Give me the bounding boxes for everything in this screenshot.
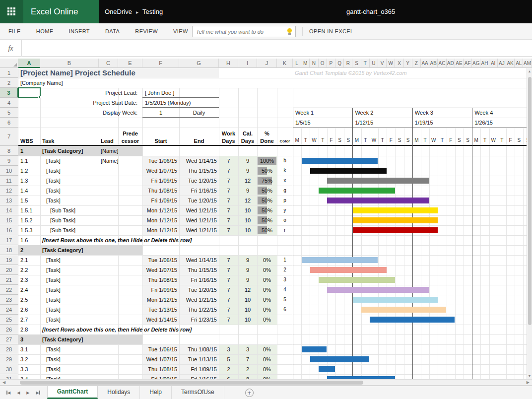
cell-work-r11[interactable]: 7 xyxy=(219,176,238,186)
cell-task-r21[interactable]: [Task] xyxy=(46,275,126,285)
col-header-K[interactable]: K xyxy=(277,59,293,68)
cell-wbs-r10[interactable]: 1.2 xyxy=(20,166,42,176)
col-header-L[interactable]: L xyxy=(293,59,301,68)
cell-wbs-r11[interactable]: 1.3 xyxy=(20,176,42,186)
cell-wbs-r15[interactable]: 1.5.2 xyxy=(20,215,42,225)
cell-start-r16[interactable]: Mon 1/12/15 xyxy=(142,225,177,235)
cell-end-r31[interactable]: Fri 1/16/15 xyxy=(179,374,217,379)
company-name[interactable]: [Company Name] xyxy=(20,78,130,88)
row-header-16[interactable]: 16 xyxy=(0,225,18,235)
cell-start-r31[interactable]: Fri 1/09/15 xyxy=(142,374,177,379)
cell-work-r25[interactable]: 7 xyxy=(219,315,238,325)
col-header-C[interactable]: C xyxy=(99,59,118,68)
cell-cal-r15[interactable]: 10 xyxy=(238,215,257,225)
tell-me-input[interactable] xyxy=(196,27,280,36)
cell-end-r24[interactable]: Thu 1/22/15 xyxy=(179,305,217,315)
prev-sheet-button[interactable]: ◀ xyxy=(17,391,20,395)
formula-input[interactable] xyxy=(22,40,532,57)
cell-task-r15[interactable]: [Sub Task] xyxy=(50,215,130,225)
menu-tab-review[interactable]: REVIEW xyxy=(135,28,158,34)
cell-done-r9[interactable]: 100% xyxy=(257,156,277,166)
form-value-0[interactable]: [ John Doe ] xyxy=(145,88,217,98)
gantt-bar-r13[interactable] xyxy=(327,198,429,203)
cell-start-r29[interactable]: Wed 1/07/15 xyxy=(142,354,177,364)
cell-start-r15[interactable]: Mon 1/12/15 xyxy=(142,215,177,225)
col-header-P[interactable]: P xyxy=(327,59,335,68)
cell-wbs-r19[interactable]: 2.1 xyxy=(20,255,42,265)
cell-note-r17[interactable]: [Insert Rows above this one, then Hide o… xyxy=(42,235,256,245)
cell-done-r24[interactable]: 0% xyxy=(257,305,277,315)
row-header-31[interactable]: 31 xyxy=(0,374,18,379)
row-header-24[interactable]: 24 xyxy=(0,305,18,315)
row-header-21[interactable]: 21 xyxy=(0,275,18,285)
row-header-10[interactable]: 10 xyxy=(0,166,18,176)
cell-wbs-r20[interactable]: 2.2 xyxy=(20,265,42,275)
cell-start-r30[interactable]: Thu 1/08/15 xyxy=(142,364,177,374)
col-header-AE[interactable]: AE xyxy=(455,59,464,68)
cell-wbs-r14[interactable]: 1.5.1 xyxy=(20,205,42,215)
cell-wbs-r31[interactable]: 3.4 xyxy=(20,374,42,379)
tell-me-search[interactable] xyxy=(192,26,296,37)
cell-start-r23[interactable]: Mon 1/12/15 xyxy=(142,295,177,305)
gantt-bar-r25[interactable] xyxy=(370,317,455,323)
cell-end-r23[interactable]: Wed 1/21/15 xyxy=(179,295,217,305)
row-header-1[interactable]: 1 xyxy=(0,68,18,78)
cell-wbs-r18[interactable]: 2 xyxy=(20,245,42,255)
menu-tab-data[interactable]: DATA xyxy=(105,28,120,34)
cell-lead-r9[interactable]: [Name] xyxy=(101,156,131,166)
col-header-J[interactable]: J xyxy=(257,59,277,68)
cell-cal-r28[interactable]: 3 xyxy=(238,344,257,354)
cell-wbs-r17[interactable]: 1.6 xyxy=(20,235,42,245)
first-sheet-button[interactable]: ◀ xyxy=(6,391,10,395)
cell-task-r28[interactable]: [Task] xyxy=(46,344,126,354)
cell-start-r25[interactable]: Wed 1/14/15 xyxy=(142,315,177,325)
cell-color-r10[interactable]: k xyxy=(277,166,293,176)
cell-end-r19[interactable]: Wed 1/14/15 xyxy=(179,255,217,265)
sheet-tab-help[interactable]: Help xyxy=(140,386,172,399)
cell-color-r12[interactable]: g xyxy=(277,186,293,196)
cell-task-r19[interactable]: [Task] xyxy=(46,255,126,265)
col-header-AI[interactable]: AI xyxy=(489,59,498,68)
col-header-AC[interactable]: AC xyxy=(438,59,446,68)
col-header-T[interactable]: T xyxy=(361,59,370,68)
form-value-display-week[interactable]: 1 xyxy=(142,108,179,118)
cell-cal-r12[interactable]: 9 xyxy=(238,186,257,196)
cell-wbs-r24[interactable]: 2.6 xyxy=(20,305,42,315)
col-header-R[interactable]: R xyxy=(344,59,352,68)
cell-color-r13[interactable]: p xyxy=(277,196,293,205)
app-title[interactable]: Excel Online xyxy=(31,0,78,23)
row-header-8[interactable]: 8 xyxy=(0,146,18,156)
cell-cal-r21[interactable]: 9 xyxy=(238,275,257,285)
cell-end-r30[interactable]: Fri 1/09/15 xyxy=(179,364,217,374)
cell-start-r10[interactable]: Wed 1/07/15 xyxy=(142,166,177,176)
cell-cal-r23[interactable]: 10 xyxy=(238,295,257,305)
cell-wbs-r8[interactable]: 1 xyxy=(20,146,42,156)
col-header-I[interactable]: I xyxy=(238,59,257,68)
cell-cal-r30[interactable]: 2 xyxy=(238,364,257,374)
cell-color-r9[interactable]: b xyxy=(277,156,293,166)
cell-end-r14[interactable]: Wed 1/21/15 xyxy=(179,205,217,215)
cell-cal-r22[interactable]: 12 xyxy=(238,285,257,295)
row-header-14[interactable]: 14 xyxy=(0,205,18,215)
row-header-29[interactable]: 29 xyxy=(0,354,18,364)
cell-wbs-r22[interactable]: 2.4 xyxy=(20,285,42,295)
cell-end-r28[interactable]: Thu 1/08/15 xyxy=(179,344,217,354)
cell-wbs-r25[interactable]: 2.7 xyxy=(20,315,42,325)
cell-task-r16[interactable]: [Sub Task] xyxy=(50,225,130,235)
cell-work-r29[interactable]: 5 xyxy=(219,354,238,364)
cell-task-r23[interactable]: [Task] xyxy=(46,295,126,305)
cell-start-r19[interactable]: Tue 1/06/15 xyxy=(142,255,177,265)
cell-cal-r31[interactable]: 8 xyxy=(238,374,257,379)
cell-end-r16[interactable]: Wed 1/21/15 xyxy=(179,225,217,235)
row-header-26[interactable]: 26 xyxy=(0,325,18,334)
cell-wbs-r16[interactable]: 1.5.3 xyxy=(20,225,42,235)
cell-color-r23[interactable]: 5 xyxy=(277,295,293,305)
gantt-bar-r15[interactable] xyxy=(353,217,438,223)
row-header-27[interactable]: 27 xyxy=(0,334,18,344)
col-header-AD[interactable]: AD xyxy=(447,59,455,68)
cell-cal-r16[interactable]: 10 xyxy=(238,225,257,235)
cell-wbs-r26[interactable]: 2.8 xyxy=(20,325,42,334)
cell-color-r24[interactable]: 6 xyxy=(277,305,293,315)
cell-work-r23[interactable]: 7 xyxy=(219,295,238,305)
col-header-F[interactable]: F xyxy=(142,59,179,68)
